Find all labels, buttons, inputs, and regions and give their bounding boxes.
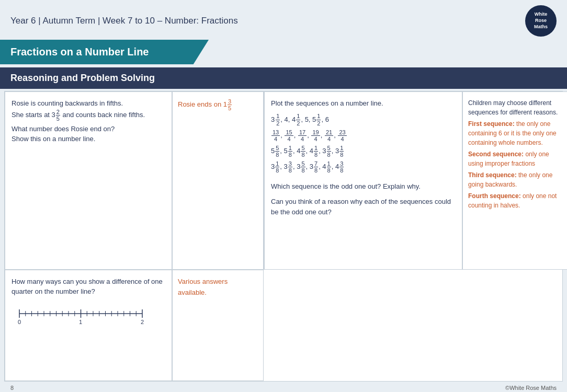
question-2: How many ways can you show a difference … — [5, 270, 172, 381]
q3-question1: Which sequence is the odd one out? Expla… — [271, 181, 456, 192]
logo: White Rose Maths — [525, 5, 557, 37]
footer-copyright: ©White Rose Maths — [505, 385, 557, 391]
content-grid: Rosie is counting backwards in fifths. S… — [4, 91, 563, 382]
q1-text1: Rosie is counting backwards in fifths. — [12, 98, 165, 109]
a3-seq4: Fourth sequence: only one not counting i… — [468, 191, 564, 210]
header-title-text: Year 6 | Autumn Term | Week 7 to 10 – Nu… — [10, 16, 238, 26]
banner-row: Fractions on a Number Line — [0, 40, 567, 64]
q3-question2: Can you think of a reason why each of th… — [271, 197, 456, 217]
section-title: Reasoning and Problem Solving — [10, 73, 155, 83]
answer-2: Various answers available. — [172, 270, 264, 381]
banner-text: Fractions on a Number Line — [10, 46, 149, 57]
logo-line1: White — [535, 11, 548, 18]
a3-seq2-label: Second sequence: — [468, 151, 524, 158]
seq1: 3​12, 4, 412, 5, 512, 6 — [271, 113, 456, 127]
header-title: Year 6 | Autumn Term | Week 7 to 10 – Nu… — [10, 16, 238, 26]
a3-seq1-label: First sequence: — [468, 120, 515, 128]
footer: 8 ©White Rose Maths — [0, 384, 567, 392]
q2-text1: How many ways can you show a difference … — [12, 276, 165, 297]
seq2: 134, 154, 174, 194, 214, 234 — [271, 129, 456, 142]
number-line-svg: 0 1 — [12, 302, 148, 326]
footer-page: 8 — [10, 385, 14, 391]
answer-1: Rosie ends on 135 — [172, 91, 264, 270]
a3-seq3: Third sequence: the only one going backw… — [468, 170, 564, 189]
a2-text: Various answers available. — [178, 278, 228, 296]
q3-title: Plot the sequences on a number line. — [271, 98, 456, 109]
banner: Fractions on a Number Line — [0, 40, 220, 64]
logo-line3: Maths — [534, 24, 548, 30]
page: Year 6 | Autumn Term | Week 7 to 10 – Nu… — [0, 0, 567, 392]
svg-text:0: 0 — [18, 319, 21, 325]
q1-text4: What number does Rosie end on? — [12, 124, 165, 134]
question-1: Rosie is counting backwards in fifths. S… — [5, 91, 172, 270]
a3-seq1: First sequence: the only one containing … — [468, 119, 564, 147]
a3-seq2: Second sequence: only one using improper… — [468, 149, 564, 168]
a1-text: Rosie ends on 135 — [178, 100, 232, 108]
svg-text:1: 1 — [79, 319, 82, 325]
a3-seq4-label: Fourth sequence: — [468, 192, 521, 200]
seq3: 558, 518, 458, 418, 358, 318 — [271, 144, 456, 158]
header: Year 6 | Autumn Term | Week 7 to 10 – Nu… — [0, 0, 567, 40]
q1-text5: Show this on a number line. — [12, 134, 165, 144]
number-line: 0 1 — [12, 302, 165, 329]
q1-text2: She starts at 325 and counts back nine f… — [12, 109, 165, 122]
question-3: Plot the sequences on a number line. 3​1… — [264, 91, 462, 270]
answer-3: Children may choose different sequences … — [462, 91, 567, 270]
a3-seq3-label: Third sequence: — [468, 171, 517, 179]
svg-text:2: 2 — [141, 319, 144, 325]
seq4: 318, 338, 358, 378, 418, 438 — [271, 160, 456, 174]
a3-intro: Children may choose different sequences … — [468, 98, 564, 117]
logo-line2: Rose — [535, 18, 547, 24]
section-title-bar: Reasoning and Problem Solving — [0, 67, 567, 89]
